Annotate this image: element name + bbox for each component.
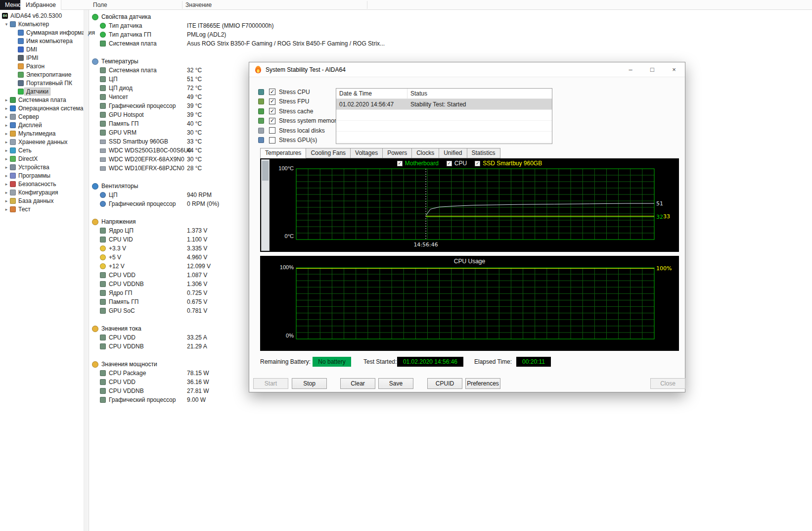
chart-scrollbar[interactable] bbox=[261, 159, 270, 251]
tree-item[interactable]: ▸ Системная плата bbox=[0, 96, 89, 104]
temperatures-chart: Motherboard CPU SSD Smartbuy 960GB 100°C… bbox=[260, 158, 679, 252]
stress-checkbox[interactable] bbox=[269, 89, 275, 95]
column-header-field[interactable]: Поле bbox=[93, 0, 107, 10]
tree-expand-arrow[interactable]: ▸ bbox=[3, 165, 10, 170]
stress-option[interactable]: Stress local disks bbox=[258, 126, 340, 136]
sensor-row-icon bbox=[100, 130, 106, 136]
tree-item[interactable]: ▸ Дисплей bbox=[0, 121, 89, 129]
tree-item[interactable]: Электропитание bbox=[0, 70, 89, 79]
tree-expand-arrow[interactable]: ▸ bbox=[3, 148, 10, 153]
dialog-titlebar[interactable]: System Stability Test - AIDA64 – □ × bbox=[249, 62, 685, 77]
tab[interactable]: Unified bbox=[439, 148, 467, 158]
legend-item[interactable]: SSD Smartbuy 960GB bbox=[475, 160, 542, 167]
column-header-value[interactable]: Значение bbox=[185, 0, 212, 10]
tab[interactable]: Voltages bbox=[350, 148, 383, 158]
stress-option[interactable]: Stress CPU bbox=[258, 87, 340, 97]
preferences-button[interactable]: Preferences bbox=[465, 378, 500, 389]
tree-expand-arrow[interactable]: ▸ bbox=[3, 131, 10, 136]
close-button-bottom[interactable]: Close bbox=[650, 378, 685, 389]
tab[interactable]: Cooling Fans bbox=[306, 148, 351, 158]
test-started-label: Test Started: bbox=[363, 358, 397, 365]
stress-option[interactable]: Stress GPU(s) bbox=[258, 136, 340, 145]
minimize-button[interactable]: – bbox=[620, 62, 641, 77]
tree-item[interactable]: 64 AIDA64 v6.20.5300 bbox=[0, 11, 89, 20]
tree-item[interactable]: ▸ Мультимедиа bbox=[0, 129, 89, 138]
tree-expand-arrow[interactable]: ▸ bbox=[3, 114, 10, 119]
stress-checkbox[interactable] bbox=[269, 137, 275, 144]
sensor-row[interactable]: Тип датчика ITE IT8665E (MMIO F7000000h) bbox=[92, 21, 812, 30]
tree-item-label: Мультимедиа bbox=[18, 130, 55, 137]
clear-button[interactable]: Clear bbox=[340, 378, 375, 389]
stop-button[interactable]: Stop bbox=[292, 378, 327, 389]
tree-item-label: DMI bbox=[26, 46, 37, 53]
tree-item[interactable]: Имя компьютера bbox=[0, 37, 89, 45]
tree-expand-arrow[interactable]: ▸ bbox=[3, 198, 10, 203]
tree-item[interactable]: ▸ Тест bbox=[0, 205, 89, 213]
tree-item[interactable]: ▸ Хранение данных bbox=[0, 138, 89, 146]
stress-option[interactable]: Stress FPU bbox=[258, 97, 340, 107]
sensor-value: 9.00 W bbox=[187, 396, 206, 403]
tab[interactable]: Statistics bbox=[467, 148, 500, 158]
tree-expand-arrow[interactable]: ▸ bbox=[3, 106, 10, 111]
maximize-button[interactable]: □ bbox=[641, 62, 663, 77]
tree-item[interactable]: ▸ DirectX bbox=[0, 154, 89, 163]
tab[interactable]: Clocks bbox=[411, 148, 439, 158]
legend-checkbox[interactable] bbox=[475, 161, 480, 166]
stress-option[interactable]: Stress cache bbox=[258, 106, 340, 116]
sensor-row[interactable]: Системная плата Asus ROG Strix B350-F Ga… bbox=[92, 39, 812, 48]
save-button[interactable]: Save bbox=[378, 378, 413, 389]
tree-expand-arrow[interactable]: ▾ bbox=[3, 22, 10, 27]
stress-checkbox[interactable] bbox=[269, 98, 275, 105]
tree-expand-arrow[interactable]: ▸ bbox=[3, 190, 10, 195]
tree-item[interactable]: DMI bbox=[0, 45, 89, 53]
tree-item[interactable]: Разгон bbox=[0, 62, 89, 70]
legend-item[interactable]: CPU bbox=[447, 160, 467, 167]
tree-item[interactable]: Датчики bbox=[0, 87, 89, 96]
tree-item-label: Тест bbox=[18, 206, 31, 213]
tree-item[interactable]: ▸ Сервер bbox=[0, 112, 89, 121]
sensor-value: 72 °C bbox=[187, 85, 202, 92]
stress-checkbox[interactable] bbox=[269, 118, 275, 124]
cpuid-button[interactable]: CPUID bbox=[427, 378, 462, 389]
tree-item[interactable]: Портативный ПК bbox=[0, 79, 89, 87]
tree-item[interactable]: IPMI bbox=[0, 53, 89, 62]
tree-item[interactable]: ▾ Компьютер bbox=[0, 20, 89, 28]
tree-expand-arrow[interactable]: ▸ bbox=[3, 182, 10, 187]
tree-expand-arrow[interactable]: ▸ bbox=[3, 173, 10, 178]
start-button[interactable]: Start bbox=[253, 378, 288, 389]
chart-scrollbar-thumb[interactable] bbox=[262, 161, 269, 181]
tree-expand-arrow[interactable]: ▸ bbox=[3, 97, 10, 102]
sensor-row[interactable]: Графический процессор 9.00 W bbox=[92, 395, 812, 404]
stress-checkbox[interactable] bbox=[269, 108, 275, 114]
close-icon[interactable]: × bbox=[663, 62, 685, 77]
sensor-row[interactable]: Тип датчика ГП PMLog (ADL2) bbox=[92, 30, 812, 39]
tree-item[interactable]: ▸ Конфигурация bbox=[0, 188, 89, 196]
sensor-value: 21.29 A bbox=[187, 343, 207, 350]
menu-item-favorites[interactable]: Избранное bbox=[20, 0, 61, 10]
tree-item[interactable]: ▸ Безопасность bbox=[0, 180, 89, 188]
legend-checkbox[interactable] bbox=[397, 161, 403, 166]
tree-item[interactable]: ▸ Программы bbox=[0, 171, 89, 180]
tree-item[interactable]: Суммарная информация bbox=[0, 28, 89, 37]
tree-expand-arrow[interactable]: ▸ bbox=[3, 123, 10, 128]
series-end-label: 100% bbox=[656, 265, 672, 272]
tab[interactable]: Powers bbox=[382, 148, 412, 158]
tree-expand-arrow[interactable]: ▸ bbox=[3, 140, 10, 145]
stress-option[interactable]: Stress system memory bbox=[258, 116, 340, 126]
tree-item[interactable]: ▸ Устройства bbox=[0, 163, 89, 171]
log-row[interactable]: 01.02.2020 14:56:47 Stability Test: Star… bbox=[336, 99, 552, 110]
sensor-row-icon bbox=[100, 290, 106, 296]
legend-item[interactable]: Motherboard bbox=[397, 160, 439, 167]
stress-checkbox[interactable] bbox=[269, 127, 275, 134]
tree-expand-arrow[interactable]: ▸ bbox=[3, 207, 10, 212]
tree-scrollbar[interactable] bbox=[84, 10, 88, 531]
legend-checkbox[interactable] bbox=[447, 161, 452, 166]
tree-item[interactable]: ▸ Операционная система bbox=[0, 104, 89, 112]
tree-item[interactable]: ▸ Сеть bbox=[0, 146, 89, 154]
tree-expand-arrow[interactable]: ▸ bbox=[3, 156, 10, 161]
log-column-status[interactable]: Status bbox=[407, 90, 427, 97]
tab[interactable]: Temperatures bbox=[260, 148, 306, 158]
tree-item[interactable]: ▸ База данных bbox=[0, 196, 89, 205]
log-column-datetime[interactable]: Date & Time bbox=[336, 89, 407, 99]
voltages-icon bbox=[92, 219, 98, 225]
